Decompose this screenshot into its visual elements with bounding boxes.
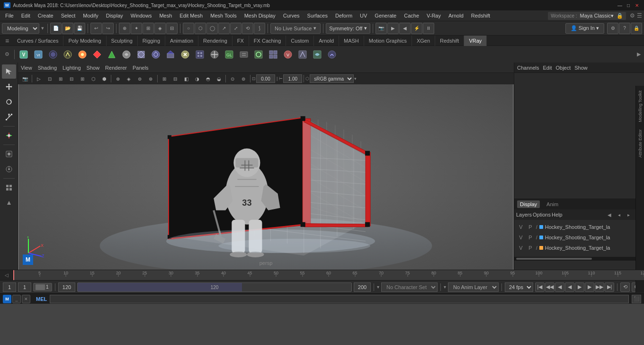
tab-motion-graphics[interactable]: Motion Graphics [364,36,412,46]
menu-generate[interactable]: Generate [371,12,400,19]
frame-start-field[interactable] [3,282,16,292]
move-tool-btn[interactable] [2,80,16,94]
ch-header-object[interactable]: Object [555,65,571,71]
layer-v-1[interactable]: V [517,224,525,230]
ch-header-show[interactable]: Show [574,65,588,71]
vray-icon-7[interactable] [105,47,119,62]
menu-uv[interactable]: UV [357,12,370,19]
icon-toolbar-settings[interactable]: ⚙ [2,49,12,60]
tool-btn-8[interactable]: ⟆ [254,23,265,34]
show-manipulator-btn[interactable] [2,162,16,176]
frame-range-slider[interactable]: 1 [33,283,52,291]
menu-mesh-tools[interactable]: Mesh Tools [207,12,240,19]
workspace-area[interactable]: Workspace : Maya Classic▾ 🔒 [548,12,626,20]
save-file-btn[interactable]: 💾 [74,23,85,34]
vray-icon-3[interactable] [46,47,60,62]
layer-v-2[interactable]: V [517,235,525,240]
menu-right-btn2[interactable]: ☰ [637,12,642,19]
vray-icon-14[interactable] [207,47,222,62]
tab-rigging[interactable]: Rigging [138,36,165,46]
tab-poly-modeling[interactable]: Poly Modeling [63,36,106,46]
tab-arnold[interactable]: Arnold [314,36,339,46]
vp-frame-selected-btn[interactable]: ⊟ [66,74,77,83]
layer-row-3[interactable]: V P / Hockey_Shooting_Target_la [514,243,644,253]
vp-wireframe-btn[interactable]: ⬡ [88,74,98,83]
gamma-dropdown[interactable]: sRGB gamma [310,74,354,83]
tab-fx-caching[interactable]: FX Caching [249,36,286,46]
menu-vray[interactable]: V-Ray [423,12,444,19]
vp-solid-btn[interactable]: ⬢ [99,74,109,83]
menu-mesh[interactable]: Mesh [156,12,175,19]
vp-rotate-field[interactable] [256,74,275,83]
tab-mash[interactable]: MASH [339,36,364,46]
vray-icon-10[interactable] [149,47,163,62]
lock-btn[interactable]: 🔒 [631,23,642,34]
menu-deform[interactable]: Deform [332,12,356,19]
menu-modify[interactable]: Modify [80,12,101,19]
close-button[interactable]: ✕ [634,2,640,9]
paint-effects-btn[interactable] [2,196,16,210]
vp-display-btn[interactable]: ⊙ [227,74,238,83]
step-back-btn[interactable]: ◀◀ [545,282,555,292]
new-file-btn[interactable]: 📄 [50,23,62,34]
tool-btn-4[interactable]: ⊟ [166,23,178,34]
loop-btn[interactable]: ⟲ [620,282,630,292]
cb-scroll-right2-btn[interactable]: ▸ [624,210,633,219]
vp-resolution-gate-btn[interactable]: ⊞ [159,74,170,83]
vray-icon-18[interactable] [266,47,280,62]
menu-create[interactable]: Create [35,12,57,19]
vp-btn-2[interactable]: ◈ [124,74,134,83]
tab-custom[interactable]: Custom [286,36,314,46]
tool-btn-2[interactable]: ✦ [131,23,142,34]
vray-icon-11[interactable] [163,47,178,62]
mode-dropdown[interactable]: Modeling [2,23,39,34]
tool-btn-6[interactable]: ⤢ [230,23,242,34]
menu-curves[interactable]: Curves [280,12,303,19]
timeline-left-controls[interactable]: ◁ [0,270,13,281]
minimize-panel-btn[interactable]: _ [12,295,21,303]
playback-end-field[interactable] [354,282,371,292]
step-forward-btn[interactable]: ▶▶ [595,282,604,292]
vp-motion-blur-btn[interactable]: ◒ [214,74,224,83]
component-mode-btn[interactable] [2,181,16,195]
rotate-tool-btn[interactable] [2,95,16,109]
cb-options-label[interactable]: Options [533,212,551,218]
cb-display-tab[interactable]: Display [517,200,540,208]
play-forward-btn[interactable]: ▶ [575,282,584,292]
cb-help-label[interactable]: Help [552,212,563,218]
menu-windows[interactable]: Windows [127,12,155,19]
help-btn[interactable]: ? [619,23,630,34]
vray-icon-22[interactable] [325,47,339,62]
anim-layer-dropdown[interactable]: No Anim Layer [448,282,499,292]
tab-redshift[interactable]: Redshift [435,36,464,46]
viewport-menu-view[interactable]: View [21,65,32,71]
vray-icon-16[interactable] [237,47,251,62]
vp-btn-3[interactable]: ⊚ [134,74,145,83]
cb-scroll-left-btn[interactable]: ◀ [605,210,614,219]
forward-to-end-btn[interactable]: ▶| [605,282,614,292]
tab-fx[interactable]: FX [233,36,249,46]
menu-edit-mesh[interactable]: Edit Mesh [176,12,206,19]
timeline-ruler[interactable]: 1510152025303540455055606570758085909510… [13,270,644,281]
vp-scale-field[interactable] [283,74,302,83]
viewport-canvas[interactable]: 33 [18,84,514,270]
render-btn[interactable]: ▶ [387,23,399,34]
undo-btn[interactable]: ↩ [90,23,102,34]
redo-btn[interactable]: ↪ [102,23,114,34]
pause-btn[interactable]: ⏸ [423,23,434,34]
select-tool-btn[interactable] [2,64,16,79]
vp-anim-btn[interactable]: ⊚ [238,74,249,83]
ipr-btn[interactable]: ◀ [399,23,411,34]
layer-v-3[interactable]: V [517,245,525,251]
command-input[interactable] [50,295,629,303]
tool-btn-7[interactable]: ⟲ [242,23,253,34]
tab-vray[interactable]: VRay [464,36,487,46]
menu-display[interactable]: Display [103,12,126,19]
menu-edit[interactable]: Edit [18,12,34,19]
universal-manipulator-btn[interactable] [2,128,16,143]
vp-isolate-btn[interactable]: ⊡ [45,74,55,83]
menu-select[interactable]: Select [58,12,79,19]
layer-p-2[interactable]: P [527,235,534,240]
play-backward-btn[interactable]: ◀ [565,282,574,292]
vray-icon-20[interactable] [295,47,310,62]
